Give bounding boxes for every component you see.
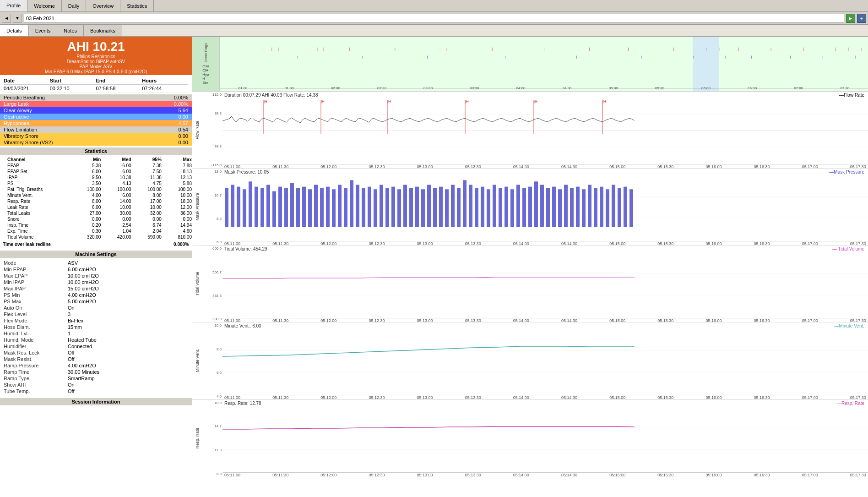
tab-daily[interactable]: Daily xyxy=(62,0,86,11)
svg-rect-9 xyxy=(447,48,447,51)
resp-y-max: 18.0 xyxy=(203,401,222,405)
event-large-leak: Large Leak0.00% xyxy=(0,101,192,107)
svg-rect-55 xyxy=(243,189,246,227)
tidal-volume-y-label: Tidal Volume xyxy=(192,246,202,322)
resp-rate-legend: —Resp. Rate xyxy=(837,401,864,406)
svg-rect-112 xyxy=(582,189,586,227)
val-end: 07:58:58 xyxy=(96,86,142,91)
overview-svg xyxy=(220,37,868,91)
svg-rect-78 xyxy=(380,185,383,227)
charts-container: Flow Rate 115.0 38.3 -38.3 -115.0 Durati… xyxy=(192,92,868,497)
svg-rect-19 xyxy=(803,48,803,51)
svg-rect-102 xyxy=(522,188,526,227)
overview-time-8: 04:30 xyxy=(563,86,572,90)
mask-y-min: 6.0 xyxy=(203,240,222,244)
setting-row: Flex ModeBi-Flex xyxy=(4,317,188,324)
stats-col-max: Max xyxy=(163,157,192,163)
add-button[interactable]: + xyxy=(857,14,866,23)
svg-rect-21 xyxy=(849,48,849,51)
svg-rect-101 xyxy=(516,185,520,227)
svg-rect-6 xyxy=(324,48,324,51)
resp-rate-svg xyxy=(222,406,868,472)
setting-row: Humid. ModeHeated Tube xyxy=(4,337,188,343)
svg-rect-3 xyxy=(271,48,272,51)
forward-arrow-button[interactable]: ► xyxy=(846,14,855,23)
svg-rect-70 xyxy=(332,189,336,227)
svg-rect-14 xyxy=(673,48,674,51)
svg-rect-107 xyxy=(552,187,556,227)
flow-y-min: -115.0 xyxy=(203,163,222,167)
svg-rect-12 xyxy=(589,48,590,51)
svg-rect-100 xyxy=(510,189,514,227)
svg-rect-75 xyxy=(362,188,365,227)
svg-rect-8 xyxy=(395,48,395,51)
svg-text:|H: |H xyxy=(602,99,606,104)
tab-welcome[interactable]: Welcome xyxy=(27,0,62,11)
svg-rect-96 xyxy=(487,189,490,227)
ahi-manufacturer: Philips Respironics xyxy=(0,54,192,59)
setting-row: Max EPAP10.00 cmH2O xyxy=(4,273,188,279)
stats-row: PS3.504.134.755.88 xyxy=(5,180,192,186)
svg-rect-18 xyxy=(771,48,771,51)
setting-row: HumidifierConnected xyxy=(4,343,188,350)
mask-y-max: 13.0 xyxy=(203,169,222,174)
mask-pressure-y-label: Mask Pressure xyxy=(192,169,202,245)
tidal-volume-chart-row: Tidal Volume 650.0 566.7 483.3 300.0 Tid… xyxy=(192,246,868,322)
tab-bookmarks[interactable]: Bookmarks xyxy=(84,25,122,36)
ahi-device-name: DreamStation BiPAP autoSV xyxy=(0,59,192,64)
tab-statistics[interactable]: Statistics xyxy=(120,0,154,11)
session-details: Date Start End Hours 04/02/2021 00:32:10… xyxy=(0,75,192,94)
stats-row: Resp. Rate8.0014.0017.0018.00 xyxy=(5,198,192,204)
svg-rect-79 xyxy=(385,188,389,227)
tidal-volume-svg xyxy=(222,252,868,317)
svg-rect-34 xyxy=(855,56,856,59)
svg-rect-7 xyxy=(349,48,350,51)
tab-notes[interactable]: Notes xyxy=(57,25,84,36)
svg-rect-117 xyxy=(612,185,615,227)
mask-y-low: 8.3 xyxy=(203,217,222,221)
setting-row: Auto OnOn xyxy=(4,305,188,311)
svg-rect-119 xyxy=(624,187,627,227)
ahi-pressure: Min EPAP 6.0 Max IPAP 15.0 PS 4.0-5.0 (c… xyxy=(0,69,192,74)
stats-row: Exp. Time0.301.042.044.60 xyxy=(5,228,192,234)
svg-rect-113 xyxy=(588,185,591,227)
svg-rect-74 xyxy=(356,185,359,227)
overview-time-1: 01:00 xyxy=(239,86,248,90)
dropdown-button[interactable]: ▼ xyxy=(13,14,22,23)
svg-rect-15 xyxy=(706,48,706,51)
svg-rect-77 xyxy=(374,189,377,227)
svg-rect-93 xyxy=(469,185,472,227)
tab-profile[interactable]: Profile xyxy=(0,0,27,11)
svg-text:|H: |H xyxy=(465,99,469,104)
tab-overview[interactable]: Overview xyxy=(86,0,120,11)
svg-rect-60 xyxy=(272,191,276,227)
event-flow-limitation: Flow Limitation0.54 xyxy=(0,126,192,133)
flow-rate-legend: —Flow Rate xyxy=(839,93,864,98)
svg-rect-52 xyxy=(225,188,228,227)
resp-rate-time-axis: 05:11:0005:11:3005:12:0005:12:3005:13:00… xyxy=(222,472,868,476)
svg-rect-91 xyxy=(457,188,461,227)
back-arrow-button[interactable]: ◄ xyxy=(2,14,11,23)
svg-rect-30 xyxy=(725,56,726,59)
svg-rect-29 xyxy=(693,56,694,59)
flow-rate-title: Duration 00:07:29 AHI 40.03 Flow Rate: 1… xyxy=(224,93,318,98)
stats-row: EPAP Set6.006.007.508.13 xyxy=(5,169,192,175)
stats-row: EPAP5.386.007.387.88 xyxy=(5,163,192,169)
flow-rate-y-label: Flow Rate xyxy=(192,92,202,168)
overview-strip: Event Flags OsaClAHypHSnr xyxy=(192,37,868,92)
svg-rect-115 xyxy=(600,187,603,227)
minute-vent-svg xyxy=(222,329,868,394)
leak-redline-value: 0.000% xyxy=(174,242,189,247)
sub-tabs-bar: Details Events Notes Bookmarks xyxy=(0,25,868,37)
minute-vent-chart-row: Minute Vent. 10.0 8.0 6.0 4.0 Minute Ven… xyxy=(192,322,868,399)
date-input[interactable] xyxy=(24,14,844,23)
machine-settings-list: ModeASVMin EPAP6.00 cmH2OMax EPAP10.00 c… xyxy=(0,258,192,396)
svg-rect-33 xyxy=(823,56,823,59)
col-date: Date xyxy=(4,78,50,83)
tab-events[interactable]: Events xyxy=(29,25,58,36)
svg-rect-57 xyxy=(255,187,258,227)
tab-details[interactable]: Details xyxy=(0,25,29,36)
mask-pressure-legend: —Mask Pressure xyxy=(829,169,864,175)
stats-row: Leak Rate6.0010.0010.0012.00 xyxy=(5,204,192,210)
resp-y-low: 11.3 xyxy=(203,448,222,452)
